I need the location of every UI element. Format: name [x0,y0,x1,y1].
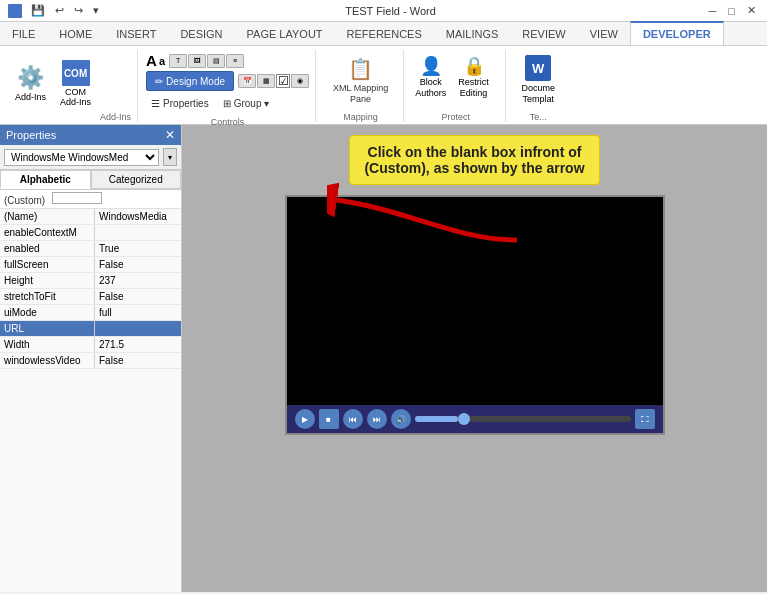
title-bar-left: 💾 ↩ ↪ ▾ [8,3,102,18]
document-template-icon: W [525,55,551,81]
next-button[interactable]: ⏭ [367,409,387,429]
title-bar: 💾 ↩ ↪ ▾ TEST Field - Word ─ □ ✕ [0,0,767,22]
quick-access-toolbar: 💾 ↩ ↪ ▾ [28,3,102,18]
progress-fill [415,416,458,422]
com-add-ins-button[interactable]: COM COMAdd-Ins [55,54,96,112]
progress-bar[interactable] [415,416,631,422]
props-key-width: Width [0,337,95,352]
window-title: TEST Field - Word [345,5,436,17]
annotation-box: Click on the blank box infront of(Custom… [349,135,599,185]
props-row-windowlessvideo: windowlessVideo False [0,353,181,369]
tab-insert[interactable]: INSERT [104,22,168,46]
list-ctrl-icon[interactable]: ≡ [226,54,244,68]
addin-gear-icon: ⚙️ [17,64,45,92]
ribbon-group-controls: A a T 🖼 ▤ ≡ ✏ Design Mode 📅 [140,50,316,122]
xml-mapping-pane-button[interactable]: 📋 XML MappingPane [326,52,395,110]
tab-page-layout[interactable]: PAGE LAYOUT [235,22,335,46]
tab-mailings[interactable]: MAILINGS [434,22,511,46]
tab-alphabetic[interactable]: Alphabetic [0,170,91,189]
ribbon: FILE HOME INSERT DESIGN PAGE LAYOUT REFE… [0,22,767,125]
customize-qa-button[interactable]: ▾ [90,3,102,18]
tab-home[interactable]: HOME [47,22,104,46]
object-dropdown-arrow[interactable]: ▾ [163,148,177,166]
control-icons-row1: T 🖼 ▤ ≡ [169,54,244,68]
tab-design[interactable]: DESIGN [168,22,234,46]
tab-review[interactable]: REVIEW [510,22,577,46]
block-authors-button[interactable]: 👤 BlockAuthors [410,52,451,110]
xml-mapping-label: XML MappingPane [333,83,388,105]
props-key-stretchtofit: stretchToFit [0,289,95,304]
word-app-icon [8,4,22,18]
props-row-fullscreen: fullScreen False [0,257,181,273]
restrict-editing-icon: 🔒 [463,55,485,77]
group-button[interactable]: ⊞ Group ▾ [218,93,275,113]
ribbon-tabs: FILE HOME INSERT DESIGN PAGE LAYOUT REFE… [0,22,767,46]
props-row-name: (Name) WindowsMedia [0,209,181,225]
redo-button[interactable]: ↪ [71,3,86,18]
design-mode-button[interactable]: ✏ Design Mode [146,71,234,91]
properties-close-button[interactable]: ✕ [165,128,175,142]
ribbon-group-protect: 👤 BlockAuthors 🔒 RestrictEditing Protect [406,50,506,122]
aa-small-button[interactable]: a [159,52,165,69]
video-player: ▶ ■ ⏮ ⏭ 🔊 ⛶ [285,195,665,435]
save-button[interactable]: 💾 [28,3,48,18]
volume-button[interactable]: 🔊 [391,409,411,429]
com-icon-label: COM [62,60,90,86]
com-add-ins-label: COMAdd-Ins [60,87,91,107]
properties-tabs: Alphabetic Categorized [0,170,181,190]
block-ctrl-icon[interactable]: ▦ [257,74,275,88]
fullscreen-button[interactable]: ⛶ [635,409,655,429]
selected-category-label: (Custom) [4,195,45,206]
play-button[interactable]: ▶ [295,409,315,429]
minimize-button[interactable]: ─ [706,3,720,18]
properties-button[interactable]: ☰ Properties [146,93,214,113]
props-row-enabled: enabled True [0,241,181,257]
props-key-height: Height [0,273,95,288]
text-ctrl-icon[interactable]: T [169,54,187,68]
xml-mapping-icon: 📋 [348,57,373,81]
main-area: Properties ✕ WindowsMe WindowsMed ▾ Alph… [0,125,767,592]
add-ins-button[interactable]: ⚙️ Add-Ins [10,54,51,112]
props-row-enablecontext: enableContextM [0,225,181,241]
close-button[interactable]: ✕ [744,3,759,18]
protect-group-label: Protect [410,110,501,122]
aa-big-button[interactable]: A [146,52,157,69]
com-icon: COM [62,59,90,87]
stop-button[interactable]: ■ [319,409,339,429]
annotation-text: Click on the blank box infront of(Custom… [364,144,584,176]
controls-bottom-row: ☰ Properties ⊞ Group ▾ [146,93,309,113]
date-ctrl-icon[interactable]: 📅 [238,74,256,88]
props-row-uimode: uiMode full [0,305,181,321]
maximize-button[interactable]: □ [725,3,738,18]
tab-file[interactable]: FILE [0,22,47,46]
restrict-editing-button[interactable]: 🔒 RestrictEditing [453,52,494,110]
props-val-name: WindowsMedia [95,209,181,224]
tab-references[interactable]: REFERENCES [335,22,434,46]
prev-button[interactable]: ⏮ [343,409,363,429]
progress-thumb [458,413,470,425]
ribbon-group-addins: ⚙️ Add-Ins COM COMAdd-Ins Add-Ins [4,50,138,122]
ribbon-group-mapping: 📋 XML MappingPane Mapping [318,50,404,122]
restrict-editing-label: RestrictEditing [458,77,489,99]
props-row-url[interactable]: URL [0,321,181,337]
tab-developer[interactable]: DEVELOPER [630,21,724,45]
tab-categorized[interactable]: Categorized [91,170,182,189]
control-icons-row2: 📅 ▦ ☑ ◉ [238,74,309,88]
props-row-stretchtofit: stretchToFit False [0,289,181,305]
custom-blank-box[interactable] [52,192,102,204]
props-key-url: URL [0,321,95,336]
ribbon-group-templates: W DocumeTemplat Te... [508,50,568,122]
radio-ctrl-icon[interactable]: ◉ [291,74,309,88]
document-template-button[interactable]: W DocumeTemplat [516,52,560,108]
props-key-windowlessvideo: windowlessVideo [0,353,95,368]
props-val-height: 237 [95,273,181,288]
undo-button[interactable]: ↩ [52,3,67,18]
checkbox-ctrl-icon[interactable]: ☑ [276,74,290,88]
props-val-enablecontext [95,225,181,240]
tab-view[interactable]: VIEW [578,22,630,46]
props-val-stretchtofit: False [95,289,181,304]
combo-ctrl-icon[interactable]: ▤ [207,54,225,68]
object-select[interactable]: WindowsMe WindowsMed [4,149,159,166]
image-ctrl-icon[interactable]: 🖼 [188,54,206,68]
properties-table: (Name) WindowsMedia enableContextM enabl… [0,209,181,592]
